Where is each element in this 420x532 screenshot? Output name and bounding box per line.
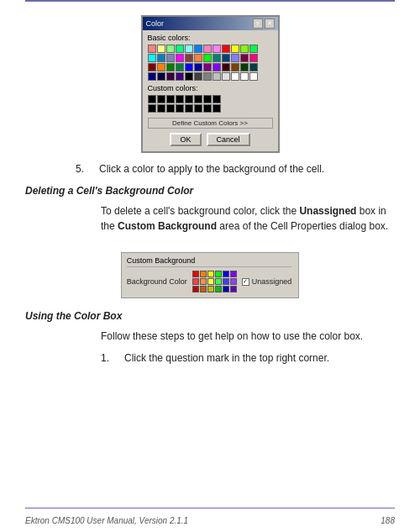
basic-color-cell[interactable] bbox=[231, 63, 239, 71]
custom-color-cell[interactable] bbox=[148, 95, 156, 103]
ok-button[interactable]: OK bbox=[170, 133, 201, 146]
dialog-close-btn[interactable]: ✕ bbox=[265, 18, 275, 29]
swatch-cell[interactable] bbox=[223, 286, 229, 292]
basic-color-cell[interactable] bbox=[249, 45, 258, 53]
color-box-intro: Follow these steps to get help on how to… bbox=[25, 329, 395, 344]
basic-color-cell[interactable] bbox=[203, 63, 212, 71]
basic-color-cell[interactable] bbox=[166, 45, 175, 53]
step-5-row: 5. Click a color to apply to the backgro… bbox=[25, 163, 395, 175]
basic-color-cell[interactable] bbox=[194, 45, 202, 53]
custom-color-cell[interactable] bbox=[176, 104, 184, 113]
basic-color-cell[interactable] bbox=[213, 72, 221, 81]
custom-color-cell[interactable] bbox=[176, 95, 184, 103]
custom-color-cell[interactable] bbox=[203, 104, 212, 113]
basic-color-cell[interactable] bbox=[176, 45, 184, 53]
basic-color-cell[interactable] bbox=[240, 63, 249, 71]
basic-color-cell[interactable] bbox=[231, 72, 239, 81]
basic-color-cell[interactable] bbox=[176, 72, 184, 81]
basic-color-cell[interactable] bbox=[157, 45, 165, 53]
custom-color-cell[interactable] bbox=[166, 104, 175, 113]
basic-color-cell[interactable] bbox=[166, 72, 175, 81]
custom-color-cell[interactable] bbox=[157, 104, 165, 113]
basic-color-cell[interactable] bbox=[166, 54, 175, 62]
basic-color-cell[interactable] bbox=[185, 63, 193, 71]
swatch-cell[interactable] bbox=[230, 271, 237, 277]
swatch-cell[interactable] bbox=[192, 286, 199, 292]
basic-color-cell[interactable] bbox=[240, 45, 249, 53]
color-dialog-area: Color ? ✕ Basic colors: Custom colors: D… bbox=[25, 15, 395, 153]
custom-color-cell[interactable] bbox=[148, 104, 156, 113]
basic-color-cell[interactable] bbox=[213, 45, 221, 53]
basic-color-cell[interactable] bbox=[203, 54, 212, 62]
mini-dialog-title: Custom Background bbox=[127, 256, 292, 267]
basic-color-cell[interactable] bbox=[222, 72, 230, 81]
basic-color-cell[interactable] bbox=[194, 63, 202, 71]
swatch-cell[interactable] bbox=[215, 271, 222, 277]
page-border-top bbox=[25, 0, 395, 2]
swatch-cell[interactable] bbox=[215, 286, 222, 292]
basic-color-cell[interactable] bbox=[148, 72, 156, 81]
basic-color-cell[interactable] bbox=[176, 54, 184, 62]
swatch-cell[interactable] bbox=[200, 286, 207, 292]
cancel-button[interactable]: Cancel bbox=[207, 133, 250, 146]
basic-color-cell[interactable] bbox=[222, 45, 230, 53]
basic-color-cell[interactable] bbox=[185, 45, 193, 53]
basic-color-cell[interactable] bbox=[166, 63, 175, 71]
basic-color-cell[interactable] bbox=[148, 45, 156, 53]
custom-color-cell[interactable] bbox=[166, 95, 175, 103]
basic-color-cell[interactable] bbox=[231, 54, 239, 62]
swatch-cell[interactable] bbox=[192, 278, 199, 285]
custom-color-cell[interactable] bbox=[194, 104, 202, 113]
custom-color-cell[interactable] bbox=[203, 95, 212, 103]
swatch-cell[interactable] bbox=[200, 278, 207, 285]
basic-color-cell[interactable] bbox=[249, 63, 258, 71]
mini-dialog-row: Background Color ✓ Unassigned bbox=[127, 271, 292, 292]
basic-color-cell[interactable] bbox=[185, 54, 193, 62]
dialog-help-btn[interactable]: ? bbox=[253, 18, 263, 29]
custom-color-cell[interactable] bbox=[213, 95, 221, 103]
basic-color-cell[interactable] bbox=[194, 72, 202, 81]
basic-color-cell[interactable] bbox=[194, 54, 202, 62]
swatch-cell[interactable] bbox=[223, 278, 229, 285]
basic-color-cell[interactable] bbox=[157, 63, 165, 71]
unassigned-checkbox[interactable]: ✓ bbox=[242, 278, 249, 286]
custom-color-cell[interactable] bbox=[213, 104, 221, 113]
swatch-cell[interactable] bbox=[230, 286, 237, 292]
custom-color-cell[interactable] bbox=[194, 95, 202, 103]
custom-color-cell[interactable] bbox=[185, 95, 193, 103]
basic-color-cell[interactable] bbox=[222, 54, 230, 62]
swatch-cell[interactable] bbox=[207, 271, 214, 277]
basic-color-cell[interactable] bbox=[148, 54, 156, 62]
basic-color-cell[interactable] bbox=[148, 63, 156, 71]
step-1-row: 1. Click the question mark in the top ri… bbox=[25, 352, 395, 364]
swatch-cell[interactable] bbox=[200, 271, 207, 277]
page-content: Color ? ✕ Basic colors: Custom colors: D… bbox=[25, 8, 395, 498]
swatch-cell[interactable] bbox=[215, 278, 222, 285]
swatch-cell[interactable] bbox=[207, 286, 214, 292]
dialog-titlebar-buttons: ? ✕ bbox=[253, 18, 275, 29]
basic-color-cell[interactable] bbox=[213, 54, 221, 62]
basic-color-cell[interactable] bbox=[249, 54, 258, 62]
basic-color-cell[interactable] bbox=[222, 63, 230, 71]
mini-dialog-area: Custom Background Background Color ✓ Una… bbox=[25, 252, 395, 298]
swatch-cell[interactable] bbox=[207, 278, 214, 285]
basic-color-cell[interactable] bbox=[157, 54, 165, 62]
custom-color-cell[interactable] bbox=[185, 104, 193, 113]
custom-color-cell[interactable] bbox=[157, 95, 165, 103]
basic-color-cell[interactable] bbox=[176, 63, 184, 71]
basic-color-cell[interactable] bbox=[231, 45, 239, 53]
basic-color-cell[interactable] bbox=[203, 72, 212, 81]
basic-color-cell[interactable] bbox=[249, 72, 258, 81]
basic-color-cell[interactable] bbox=[240, 54, 249, 62]
basic-color-cell[interactable] bbox=[203, 45, 212, 53]
basic-color-cell[interactable] bbox=[185, 72, 193, 81]
bg-color-label: Background Color bbox=[127, 277, 187, 286]
swatch-cell[interactable] bbox=[230, 278, 237, 285]
define-custom-colors-btn[interactable]: Define Custom Colors >> bbox=[148, 118, 273, 129]
basic-color-cell[interactable] bbox=[157, 72, 165, 81]
basic-color-cell[interactable] bbox=[240, 72, 249, 81]
basic-color-cell[interactable] bbox=[213, 63, 221, 71]
swatch-cell[interactable] bbox=[223, 271, 229, 277]
deleting-body-1: To delete a cell's background color, cli… bbox=[101, 205, 299, 217]
swatch-cell[interactable] bbox=[192, 271, 199, 277]
